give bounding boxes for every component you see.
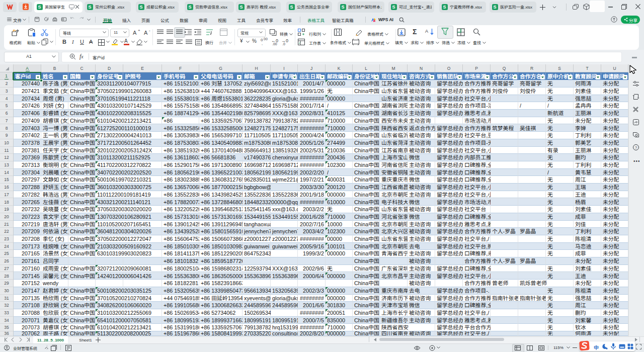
svg-text:?: ? [635, 145, 637, 150]
